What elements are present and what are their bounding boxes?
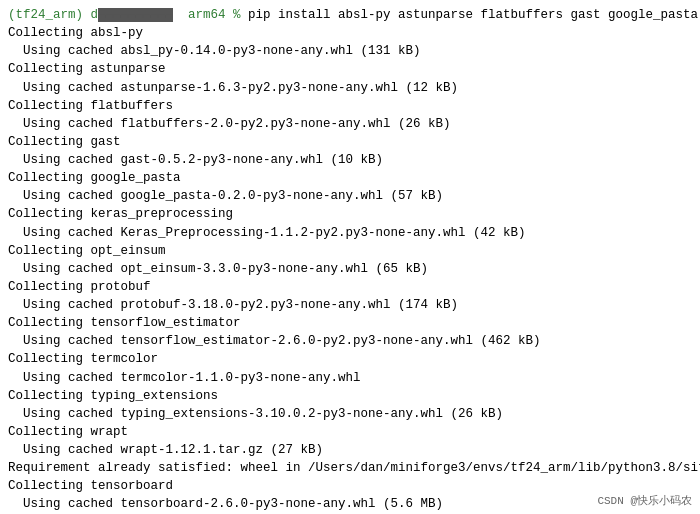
terminal-line: Using cached wrapt-1.12.1.tar.gz (27 kB): [8, 441, 692, 459]
terminal-line: Requirement already satisfied: wheel in …: [8, 459, 692, 477]
terminal-window: (tf24_arm) d▬▬▬▬▬▬▬▬▬▬ arm64 % pip insta…: [0, 0, 700, 514]
terminal-line: Using cached opt_einsum-3.3.0-py3-none-a…: [8, 260, 692, 278]
terminal-line: Using cached typing_extensions-3.10.0.2-…: [8, 405, 692, 423]
terminal-line: Using cached gast-0.5.2-py3-none-any.whl…: [8, 151, 692, 169]
terminal-line: Collecting tensorboard: [8, 477, 692, 495]
terminal-line: Collecting absl-py: [8, 24, 692, 42]
terminal-line: Collecting opt_einsum: [8, 242, 692, 260]
terminal-line: Using cached Keras_Preprocessing-1.1.2-p…: [8, 224, 692, 242]
terminal-line: Collecting tensorflow_estimator: [8, 314, 692, 332]
terminal-line: Collecting astunparse: [8, 60, 692, 78]
terminal-line: Collecting termcolor: [8, 350, 692, 368]
terminal-line: Collecting wrapt: [8, 423, 692, 441]
terminal-line: Using cached google_pasta-0.2.0-py3-none…: [8, 187, 692, 205]
terminal-line: Using cached tensorboard-2.6.0-py3-none-…: [8, 495, 692, 513]
watermark: CSDN @快乐小码农: [597, 493, 692, 508]
terminal-line: Using cached protobuf-3.18.0-py2.py3-non…: [8, 296, 692, 314]
terminal-line: Using cached flatbuffers-2.0-py2.py3-non…: [8, 115, 692, 133]
terminal-line: Collecting typing_extensions: [8, 387, 692, 405]
terminal-line: Using cached absl_py-0.14.0-py3-none-any…: [8, 42, 692, 60]
terminal-line: (tf24_arm) d▬▬▬▬▬▬▬▬▬▬ arm64 % pip insta…: [8, 6, 692, 24]
terminal-line: Using cached termcolor-1.1.0-py3-none-an…: [8, 369, 692, 387]
terminal-line: Collecting gast: [8, 133, 692, 151]
terminal-line: Collecting keras_preprocessing: [8, 205, 692, 223]
terminal-line: Collecting protobuf: [8, 278, 692, 296]
terminal-line: Using cached tensorflow_estimator-2.6.0-…: [8, 332, 692, 350]
terminal-line: Using cached astunparse-1.6.3-py2.py3-no…: [8, 79, 692, 97]
terminal-line: Collecting google_pasta: [8, 169, 692, 187]
terminal-line: Collecting flatbuffers: [8, 97, 692, 115]
